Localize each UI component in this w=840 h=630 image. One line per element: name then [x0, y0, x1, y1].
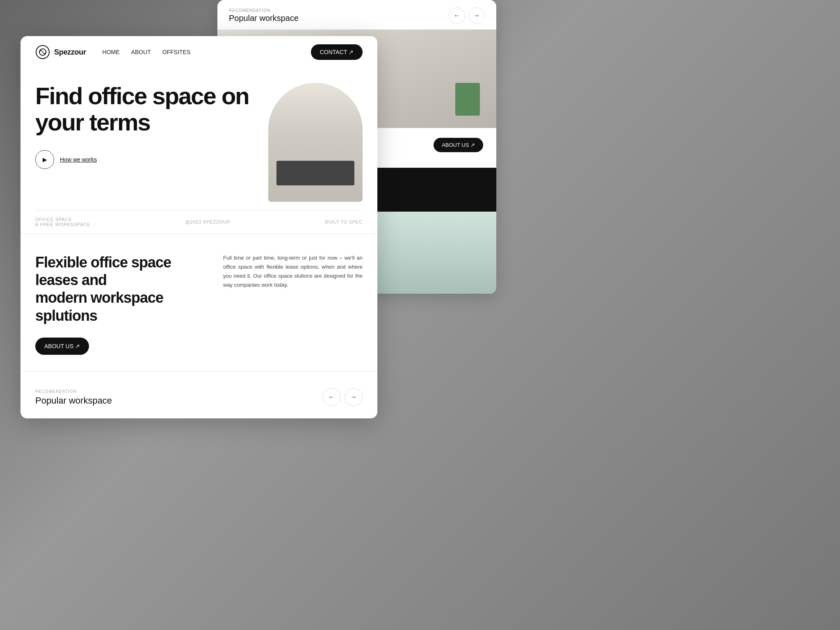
card-back-title-group: RECOMENDATION Popular workspace	[229, 8, 299, 23]
logo: Spezzour	[35, 45, 86, 59]
popular-workspace-title-back: Popular workspace	[229, 14, 299, 23]
footer-center: @2023 SPEZZOUR	[185, 219, 231, 224]
card-main: Spezzour HOME ABOUT OFFSITES CONTACT ↗ F…	[21, 36, 377, 418]
section2-title: Flexible office space leases and modern …	[35, 253, 207, 324]
nav-offsites[interactable]: OFFSITES	[162, 49, 190, 55]
hero-office-image	[268, 83, 363, 202]
section2-description: Full time or part time, long-term or jus…	[223, 253, 363, 290]
recommendation-label-main: RECOMENDATION	[35, 389, 112, 394]
next-button-back[interactable]: →	[468, 7, 485, 24]
logo-text: Spezzour	[54, 48, 86, 57]
hero-title: Find office space on your terms	[35, 83, 260, 135]
play-button[interactable]: ▶	[35, 150, 54, 169]
hero-title-line2: your terms	[35, 109, 150, 135]
about-us-button-back[interactable]: ABOUT US ↗	[434, 138, 483, 152]
recommendation-nav: ← →	[322, 388, 363, 406]
section2-title-line2: modern workspace splutions	[35, 289, 163, 324]
about-us-label: ABOUT US ↗	[44, 343, 80, 349]
nav-links: HOME ABOUT OFFSITES	[103, 49, 298, 55]
nav-about[interactable]: ABOUT	[131, 49, 151, 55]
spezzour-logo-icon	[35, 45, 50, 59]
prev-button-main[interactable]: ←	[322, 388, 340, 406]
hero-title-line1: Find office space on	[35, 82, 249, 109]
hero-cta: ▶ How we works	[35, 150, 260, 169]
hero-left: Find office space on your terms ▶ How we…	[35, 83, 268, 169]
contact-button[interactable]: CONTACT ↗	[311, 44, 363, 60]
section2: Flexible office space leases and modern …	[21, 233, 377, 371]
about-us-button-main[interactable]: ABOUT US ↗	[35, 338, 89, 355]
section2-left: Flexible office space leases and modern …	[35, 253, 207, 355]
navbar: Spezzour HOME ABOUT OFFSITES CONTACT ↗	[21, 36, 377, 68]
section2-right: Full time or part time, long-term or jus…	[223, 253, 363, 290]
section2-title-line1: Flexible office space leases and	[35, 254, 171, 288]
card-back-header: RECOMENDATION Popular workspace ← →	[217, 0, 496, 30]
nav-home[interactable]: HOME	[103, 49, 120, 55]
how-we-works-link[interactable]: How we works	[60, 156, 97, 163]
next-button-main[interactable]: →	[345, 388, 363, 406]
popular-workspace-title-main: Popular workspace	[35, 395, 112, 406]
section2-layout: Flexible office space leases and modern …	[35, 253, 363, 355]
section3-title-group: RECOMENDATION Popular workspace	[35, 389, 112, 406]
play-icon: ▶	[43, 156, 47, 163]
prev-button-back[interactable]: ←	[449, 7, 465, 24]
recommendation-label-back: RECOMENDATION	[229, 8, 299, 13]
footer-right: BUILT TO SPEC	[325, 219, 363, 224]
footer-left: OFFICE SPACE& FREE WORKSSPACE	[35, 217, 90, 227]
hero-footer-bar: OFFICE SPACE& FREE WORKSSPACE @2023 SPEZ…	[35, 210, 363, 233]
section3-header: RECOMENDATION Popular workspace ← →	[35, 388, 363, 406]
section3: RECOMENDATION Popular workspace ← →	[21, 371, 377, 418]
card-back-nav: ← →	[449, 7, 485, 24]
hero-section: Find office space on your terms ▶ How we…	[21, 68, 377, 210]
